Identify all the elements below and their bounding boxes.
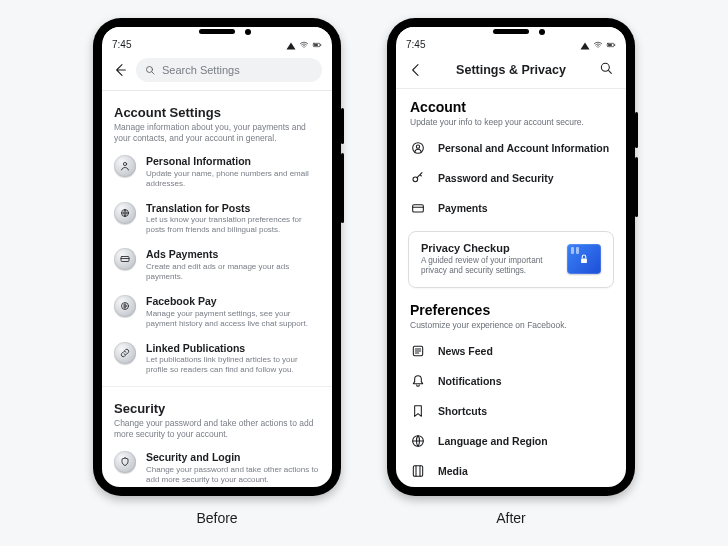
feed-icon <box>410 343 426 359</box>
page-title: Settings & Privacy <box>456 63 566 77</box>
item-title: Personal Information <box>146 155 320 168</box>
statusbar-time: 7:45 <box>112 39 131 50</box>
before-column: 7:45 Search Settings <box>93 18 341 526</box>
svg-rect-2 <box>320 44 321 46</box>
card-icon <box>410 200 426 216</box>
phone-before: 7:45 Search Settings <box>93 18 341 496</box>
item-title: Translation for Posts <box>146 202 320 215</box>
phone-notch <box>102 27 332 37</box>
svg-rect-17 <box>581 259 587 264</box>
item-linked-publications[interactable]: Linked Publications Let publications lin… <box>114 336 320 383</box>
shield-icon <box>114 451 136 473</box>
search-icon <box>598 60 614 76</box>
signal-icon <box>287 42 296 49</box>
media-icon <box>410 463 426 479</box>
statusbar-icons <box>580 40 616 50</box>
screen-after: 7:45 Settings & Privacy <box>396 27 626 487</box>
item-personal-account-info[interactable]: Personal and Account Information <box>410 133 612 163</box>
back-arrow-icon <box>112 62 128 78</box>
privacy-checkup-card[interactable]: Privacy Checkup A guided review of your … <box>408 231 614 288</box>
back-arrow-icon <box>408 62 424 78</box>
phone-notch <box>396 27 626 37</box>
svg-rect-16 <box>413 205 424 212</box>
item-title: Linked Publications <box>146 342 320 355</box>
svg-point-12 <box>601 63 609 71</box>
section-account: Account Update your info to keep your ac… <box>396 89 626 225</box>
item-subtitle: Change your password and take other acti… <box>146 465 320 485</box>
back-button[interactable] <box>408 62 424 78</box>
item-payments[interactable]: Payments <box>410 193 612 223</box>
item-title: Ads Payments <box>146 248 320 261</box>
search-button[interactable] <box>598 60 614 80</box>
section-preferences: Preferences Customize your experience on… <box>396 292 626 488</box>
section-subtitle: Manage information about you, your payme… <box>114 122 320 143</box>
section-title: Security <box>114 401 320 416</box>
bell-icon <box>410 373 426 389</box>
svg-rect-10 <box>608 44 612 46</box>
before-scroll[interactable]: Account Settings Manage information abou… <box>102 91 332 487</box>
item-password-security[interactable]: Password and Security <box>410 163 612 193</box>
header-after: Settings & Privacy <box>396 54 626 89</box>
statusbar-time: 7:45 <box>406 39 425 50</box>
section-subtitle: Change your password and take other acti… <box>114 418 320 439</box>
item-your-time[interactable]: Your Time on Facebook <box>410 486 612 488</box>
wifi-icon <box>299 40 309 50</box>
item-ads-payments[interactable]: Ads Payments Create and edit ads or mana… <box>114 242 320 289</box>
person-icon <box>114 155 136 177</box>
person-circle-icon <box>410 140 426 156</box>
item-shortcuts[interactable]: Shortcuts <box>410 396 612 426</box>
item-security-login[interactable]: Security and Login Change your password … <box>114 445 320 487</box>
battery-icon <box>606 40 616 50</box>
card-icon <box>114 248 136 270</box>
item-media[interactable]: Media <box>410 456 612 486</box>
after-scroll[interactable]: Account Update your info to keep your ac… <box>396 89 626 487</box>
item-language-region[interactable]: Language and Region <box>410 426 612 456</box>
item-subtitle: Create and edit ads or manage your ads p… <box>146 262 320 282</box>
card-title: Privacy Checkup <box>421 242 557 254</box>
pay-icon <box>114 295 136 317</box>
item-title: Personal and Account Information <box>438 142 609 154</box>
back-button[interactable] <box>112 62 128 78</box>
search-input[interactable]: Search Settings <box>136 58 322 82</box>
comparison-stage: 7:45 Search Settings <box>0 0 728 546</box>
svg-rect-6 <box>121 257 129 262</box>
item-subtitle: Manage your payment settings, see your p… <box>146 309 320 329</box>
item-subtitle: Let us know your translation preferences… <box>146 215 320 235</box>
after-column: 7:45 Settings & Privacy <box>387 18 635 526</box>
statusbar: 7:45 <box>102 37 332 54</box>
screen-before: 7:45 Search Settings <box>102 27 332 487</box>
item-title: Shortcuts <box>438 405 487 417</box>
statusbar: 7:45 <box>396 37 626 54</box>
signal-icon <box>581 42 590 49</box>
section-subtitle: Customize your experience on Facebook. <box>410 320 612 330</box>
item-title: Language and Region <box>438 435 548 447</box>
section-title: Account <box>410 99 612 115</box>
caption-after: After <box>496 510 526 526</box>
svg-point-4 <box>123 163 126 166</box>
key-icon <box>410 170 426 186</box>
section-security: Security Change your password and take o… <box>102 386 332 487</box>
item-title: Password and Security <box>438 172 554 184</box>
lock-tile-icon <box>567 244 601 274</box>
item-news-feed[interactable]: News Feed <box>410 336 612 366</box>
item-notifications[interactable]: Notifications <box>410 366 612 396</box>
item-translation[interactable]: Translation for Posts Let us know your t… <box>114 196 320 243</box>
caption-before: Before <box>196 510 237 526</box>
globe-icon <box>114 202 136 224</box>
item-title: Facebook Pay <box>146 295 320 308</box>
item-subtitle: Update your name, phone numbers and emai… <box>146 169 320 189</box>
globe-icon <box>410 433 426 449</box>
item-facebook-pay[interactable]: Facebook Pay Manage your payment setting… <box>114 289 320 336</box>
svg-point-3 <box>147 67 153 73</box>
item-title: Notifications <box>438 375 502 387</box>
statusbar-icons <box>286 40 322 50</box>
link-icon <box>114 342 136 364</box>
section-subtitle: Update your info to keep your account se… <box>410 117 612 127</box>
item-personal-info[interactable]: Personal Information Update your name, p… <box>114 149 320 196</box>
item-title: Media <box>438 465 468 477</box>
search-icon <box>144 64 156 76</box>
search-placeholder: Search Settings <box>162 64 240 76</box>
item-title: News Feed <box>438 345 493 357</box>
card-subtitle: A guided review of your important privac… <box>421 256 557 277</box>
wifi-icon <box>593 40 603 50</box>
